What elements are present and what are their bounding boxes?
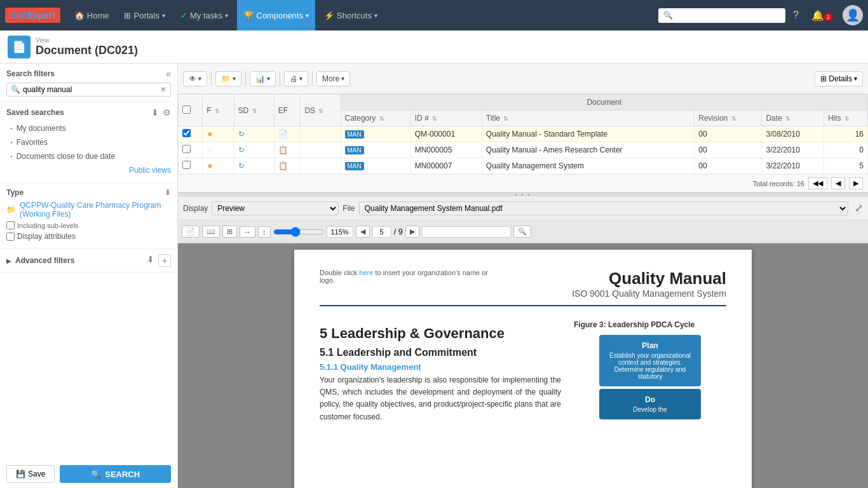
download-advanced-icon[interactable]: ⬇ (147, 254, 154, 267)
display-attrs: Display attributes (6, 232, 171, 241)
main-layout: Search filters « 🔍 ✕ Saved searches ⬇ ⚙ (0, 64, 868, 488)
nav-portals[interactable]: ⊞ Portals ▾ (118, 0, 171, 30)
download-saved-icon[interactable]: ⬇ (151, 107, 159, 118)
bottom-buttons: 💾 Save 🔍 SEARCH (0, 460, 177, 488)
star-icon[interactable]: ☆ (207, 146, 214, 154)
doc-search-input[interactable] (422, 226, 511, 238)
col-hits[interactable]: Hits ⇅ (824, 111, 867, 126)
col-date[interactable]: Date ⇅ (762, 111, 824, 126)
doc-columns: 5 Leadership & Governance 5.1 Leadership… (320, 319, 726, 423)
collapse-icon[interactable]: « (166, 69, 171, 79)
doc-search-btn[interactable]: 🔍 (513, 226, 531, 238)
details-dropdown-icon: ▾ (854, 75, 857, 82)
fit-height-btn[interactable]: ↕ (258, 226, 271, 238)
prev-page-viewer-btn[interactable]: ◀ (356, 226, 370, 238)
org-placeholder[interactable]: Double click here to insert your organiz… (320, 269, 498, 284)
row-checkbox[interactable] (182, 161, 191, 169)
table-row[interactable]: ★ ↻ 📋 MAN MN000007 Quality Management Sy… (179, 158, 868, 174)
expand-icon[interactable]: ⤢ (855, 202, 863, 214)
clear-search-icon[interactable]: ✕ (160, 85, 166, 94)
list-item[interactable]: Documents close to due date (6, 149, 171, 163)
sub-levels-checkbox[interactable] (6, 221, 15, 229)
org-placeholder-link[interactable]: here (359, 269, 373, 276)
list-item[interactable]: Favorites (6, 135, 171, 149)
col-ef[interactable]: EF (274, 95, 301, 126)
first-page-btn[interactable]: ◀◀ (808, 177, 827, 189)
add-filter-icon[interactable]: + (158, 254, 171, 267)
file-select[interactable]: Quality Management System Manual.pdf (359, 201, 848, 215)
user-avatar[interactable]: 👤 (843, 5, 863, 25)
view-toggle-btn[interactable]: 👁 ▾ (183, 71, 207, 86)
page-separator: / (394, 227, 396, 236)
col-title[interactable]: Title ⇅ (482, 111, 694, 126)
notifications-icon[interactable]: 🔔2 (806, 10, 837, 22)
logo[interactable]: SoftExpert (5, 8, 60, 23)
zoom-slider[interactable] (273, 227, 324, 237)
nav-components[interactable]: 🏆 Components ▾ (237, 0, 315, 30)
table-row[interactable]: ☆ ↻ 📋 MAN MN000005 Quality Manual - Ames… (179, 142, 868, 158)
nav-home[interactable]: 🏠 Home (68, 0, 116, 30)
search-label: SEARCH (105, 470, 140, 479)
export-btn[interactable]: 📁 ▾ (215, 71, 241, 86)
print-btn[interactable]: 🖨 ▾ (284, 71, 308, 86)
type-section: Type ⬇ 📁 QCPPW-Quality Care Pharmacy Pro… (0, 183, 177, 249)
book-view-btn[interactable]: 📖 (202, 226, 220, 238)
next-page-viewer-btn[interactable]: ▶ (405, 226, 419, 238)
col-f[interactable]: F ⇅ (203, 95, 234, 126)
public-views-link[interactable]: Public views (6, 163, 171, 177)
pdca-do: Do Develop the (599, 389, 701, 419)
components-dropdown-icon: ▾ (306, 12, 309, 19)
col-revision[interactable]: Revision ⇅ (695, 111, 762, 126)
row-checkbox[interactable] (182, 145, 191, 153)
doc-icon: 📋 (278, 161, 288, 170)
help-icon[interactable]: ? (788, 10, 804, 21)
pdca-plan-text: Establish your organizational context an… (609, 352, 691, 380)
more-btn[interactable]: More ▾ (316, 71, 350, 86)
row-checkbox[interactable] (182, 129, 191, 137)
search-input[interactable] (23, 85, 160, 94)
star-icon[interactable]: ★ (207, 130, 214, 139)
nav-search-input[interactable] (675, 11, 780, 20)
table-row[interactable]: ★ ↻ 📄 MAN QM-000001 Quality Manual - Sta… (179, 126, 868, 142)
documents-table: F ⇅ SD ⇅ EF DS ⇅ Document Category ⇅ ID … (178, 94, 868, 174)
save-button[interactable]: 💾 Save (6, 465, 55, 483)
select-all-checkbox[interactable] (182, 105, 191, 114)
nav-search-box[interactable]: 🔍 (658, 8, 785, 23)
list-item[interactable]: My documents (6, 121, 171, 135)
shortcuts-icon: ⚡ (324, 11, 334, 20)
col-ds[interactable]: DS ⇅ (301, 95, 341, 126)
doc-icon-btn[interactable]: 📄 (182, 226, 200, 238)
settings-saved-icon[interactable]: ⚙ (163, 107, 171, 118)
view-icon: 👁 (189, 74, 196, 83)
star-icon[interactable]: ★ (207, 161, 214, 170)
download-type-icon[interactable]: ⬇ (165, 188, 171, 197)
chart-btn[interactable]: 📊 ▾ (250, 71, 276, 86)
nav-shortcuts[interactable]: ⚡ Shortcuts ▾ (318, 0, 384, 30)
col-category[interactable]: Category ⇅ (341, 111, 410, 126)
preview-area: Display Preview File Quality Management … (178, 196, 868, 488)
search-button[interactable]: 🔍 SEARCH (60, 465, 171, 483)
display-select[interactable]: Preview (212, 201, 339, 215)
fit-width-btn[interactable]: ↔ (240, 226, 255, 238)
nav-mytasks-label: My tasks (190, 11, 222, 20)
preview-toolbar: Display Preview File Quality Management … (178, 196, 868, 220)
advanced-filters-arrow-icon[interactable]: ▶ (6, 257, 11, 264)
sync-icon: ↻ (238, 146, 245, 154)
details-btn[interactable]: ⊞ Details ▾ (815, 71, 863, 86)
col-sd[interactable]: SD ⇅ (234, 95, 274, 126)
row-hits: 16 (824, 126, 867, 142)
saved-searches-title: Saved searches (6, 108, 64, 117)
type-folder[interactable]: 📁 QCPPW-Quality Care Pharmacy Program (W… (6, 201, 171, 219)
row-date: 3/22/2010 (762, 158, 824, 174)
grid-view-btn[interactable]: ⊞ (222, 226, 237, 238)
page-input[interactable]: 5 (372, 226, 391, 238)
nav-mytasks[interactable]: ✓ My tasks ▾ (174, 0, 234, 30)
display-attrs-checkbox[interactable] (6, 233, 15, 241)
col-id[interactable]: ID # ⇅ (410, 111, 482, 126)
details-label: Details (829, 74, 852, 83)
document-content: Double click here to insert your organiz… (178, 243, 868, 488)
prev-page-btn[interactable]: ◀ (831, 177, 845, 189)
next-page-btn[interactable]: ▶ (849, 177, 863, 189)
pdca-plan-label: Plan (608, 341, 692, 350)
page-title: Document (DC021) (36, 44, 138, 57)
